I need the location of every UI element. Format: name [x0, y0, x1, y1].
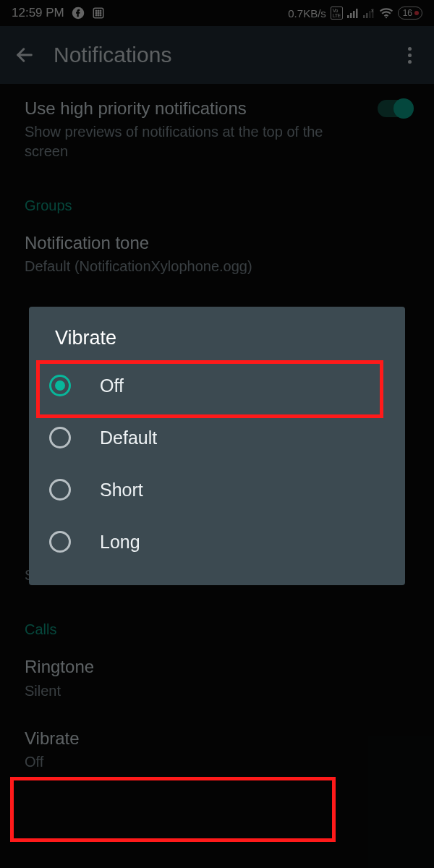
high-priority-row[interactable]: Use high priority notifications Show pre…	[0, 87, 434, 173]
page-title: Notifications	[54, 43, 171, 67]
battery-icon: 16	[398, 7, 422, 20]
option-label: Short	[100, 480, 143, 501]
option-label: Default	[100, 427, 157, 448]
app-bar: Notifications	[0, 26, 434, 84]
radio-icon	[49, 479, 71, 501]
volte-icon: VoLTE	[331, 7, 343, 20]
status-bar: 12:59 PM 0.7KB/s VoLTE x 16	[0, 0, 434, 26]
vibrate-row[interactable]: Vibrate Off	[0, 712, 434, 783]
setting-desc: Default (NotificationXylophone.ogg)	[25, 257, 409, 276]
svg-rect-13	[353, 11, 355, 18]
vibrate-dialog: Vibrate Off Default Short Long	[29, 307, 405, 585]
radio-selected-icon	[49, 375, 71, 396]
signal-2-icon: x	[363, 8, 375, 18]
toggle-switch[interactable]	[378, 100, 412, 117]
svg-rect-15	[363, 15, 365, 18]
section-groups: Groups	[0, 173, 434, 221]
svg-point-3	[98, 10, 99, 12]
ringtone-row[interactable]: Ringtone Silent	[0, 645, 434, 712]
setting-title: Use high priority notifications	[25, 97, 409, 119]
svg-point-6	[98, 12, 99, 14]
svg-point-8	[95, 14, 97, 16]
highlight-box-vibrate-row	[10, 777, 336, 842]
option-long[interactable]: Long	[29, 516, 405, 568]
overflow-menu-button[interactable]	[395, 41, 424, 69]
facebook-icon	[72, 7, 85, 20]
option-label: Long	[100, 532, 140, 553]
option-default[interactable]: Default	[29, 412, 405, 464]
setting-title: Ringtone	[25, 655, 409, 678]
svg-rect-11	[347, 15, 349, 18]
back-button[interactable]	[10, 41, 39, 69]
setting-title: Vibrate	[25, 727, 409, 749]
svg-text:x: x	[371, 8, 374, 13]
option-off[interactable]: Off	[29, 359, 405, 412]
setting-title: Notification tone	[25, 231, 409, 254]
status-time: 12:59 PM	[12, 6, 64, 20]
section-calls: Calls	[0, 597, 434, 645]
svg-point-7	[100, 12, 101, 14]
svg-point-5	[95, 12, 97, 14]
svg-point-10	[100, 14, 101, 16]
svg-point-2	[95, 10, 97, 12]
net-speed: 0.7KB/s	[288, 7, 326, 20]
wifi-icon	[379, 7, 393, 19]
radio-icon	[49, 427, 71, 448]
notification-tone-row[interactable]: Notification tone Default (NotificationX…	[0, 221, 434, 288]
svg-point-4	[100, 10, 101, 12]
svg-rect-16	[366, 13, 368, 18]
grid-icon	[92, 7, 105, 20]
option-label: Off	[100, 375, 124, 396]
dialog-title: Vibrate	[29, 327, 405, 359]
setting-desc: Silent	[25, 681, 409, 701]
svg-point-9	[98, 14, 99, 16]
setting-desc: Off	[25, 752, 409, 772]
setting-desc: Show previews of notifications at the to…	[25, 122, 409, 161]
radio-icon	[49, 531, 71, 553]
signal-1-icon	[347, 8, 359, 18]
option-short[interactable]: Short	[29, 464, 405, 516]
svg-point-20	[386, 17, 387, 18]
svg-rect-14	[356, 9, 358, 18]
svg-rect-12	[350, 13, 352, 18]
